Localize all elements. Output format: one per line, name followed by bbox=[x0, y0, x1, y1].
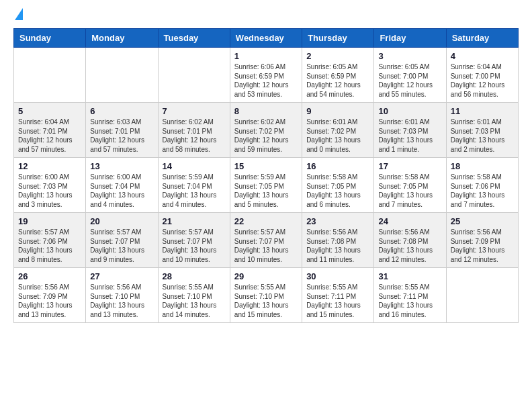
day-number: 22 bbox=[234, 216, 298, 226]
day-info: Sunrise: 5:57 AM Sunset: 7:06 PM Dayligh… bbox=[18, 228, 81, 264]
day-info: Sunrise: 6:04 AM Sunset: 7:00 PM Dayligh… bbox=[451, 62, 514, 99]
calendar-cell: 15Sunrise: 5:59 AM Sunset: 7:05 PM Dayli… bbox=[230, 158, 302, 213]
day-number: 12 bbox=[18, 161, 81, 171]
day-number: 5 bbox=[18, 106, 81, 116]
day-number: 31 bbox=[378, 271, 441, 281]
day-number: 29 bbox=[234, 271, 298, 281]
day-info: Sunrise: 6:02 AM Sunset: 7:02 PM Dayligh… bbox=[234, 118, 298, 154]
calendar-cell: 30Sunrise: 5:55 AM Sunset: 7:11 PM Dayli… bbox=[302, 268, 374, 323]
day-info: Sunrise: 5:55 AM Sunset: 7:10 PM Dayligh… bbox=[163, 283, 226, 319]
calendar-header-row: SundayMondayTuesdayWednesdayThursdayFrid… bbox=[14, 29, 519, 48]
day-number: 11 bbox=[451, 106, 514, 116]
day-number: 10 bbox=[378, 106, 441, 116]
week-row-5: 26Sunrise: 5:56 AM Sunset: 7:09 PM Dayli… bbox=[14, 268, 519, 323]
col-header-friday: Friday bbox=[374, 29, 446, 48]
day-info: Sunrise: 5:55 AM Sunset: 7:11 PM Dayligh… bbox=[378, 283, 441, 319]
day-info: Sunrise: 5:57 AM Sunset: 7:07 PM Dayligh… bbox=[234, 228, 298, 264]
calendar-cell: 9Sunrise: 6:01 AM Sunset: 7:02 PM Daylig… bbox=[302, 103, 374, 158]
calendar-cell bbox=[446, 268, 518, 323]
col-header-saturday: Saturday bbox=[446, 29, 518, 48]
day-info: Sunrise: 5:56 AM Sunset: 7:09 PM Dayligh… bbox=[18, 283, 81, 319]
day-number: 15 bbox=[234, 161, 298, 171]
calendar-cell: 4Sunrise: 6:04 AM Sunset: 7:00 PM Daylig… bbox=[446, 48, 518, 103]
col-header-tuesday: Tuesday bbox=[158, 29, 230, 48]
calendar-cell: 12Sunrise: 6:00 AM Sunset: 7:03 PM Dayli… bbox=[14, 158, 86, 213]
calendar-cell: 22Sunrise: 5:57 AM Sunset: 7:07 PM Dayli… bbox=[230, 213, 302, 268]
day-info: Sunrise: 6:06 AM Sunset: 6:59 PM Dayligh… bbox=[234, 62, 298, 99]
calendar-cell: 5Sunrise: 6:04 AM Sunset: 7:01 PM Daylig… bbox=[14, 103, 86, 158]
calendar-cell: 19Sunrise: 5:57 AM Sunset: 7:06 PM Dayli… bbox=[14, 213, 86, 268]
calendar-cell: 23Sunrise: 5:56 AM Sunset: 7:08 PM Dayli… bbox=[302, 213, 374, 268]
day-number: 30 bbox=[306, 271, 369, 281]
week-row-1: 1Sunrise: 6:06 AM Sunset: 6:59 PM Daylig… bbox=[14, 48, 519, 103]
calendar-cell: 2Sunrise: 6:05 AM Sunset: 6:59 PM Daylig… bbox=[302, 48, 374, 103]
calendar-cell: 1Sunrise: 6:06 AM Sunset: 6:59 PM Daylig… bbox=[230, 48, 302, 103]
calendar-cell: 16Sunrise: 5:58 AM Sunset: 7:05 PM Dayli… bbox=[302, 158, 374, 213]
week-row-3: 12Sunrise: 6:00 AM Sunset: 7:03 PM Dayli… bbox=[14, 158, 519, 213]
day-info: Sunrise: 5:59 AM Sunset: 7:04 PM Dayligh… bbox=[163, 173, 226, 209]
calendar-cell: 14Sunrise: 5:59 AM Sunset: 7:04 PM Dayli… bbox=[158, 158, 230, 213]
calendar-cell: 7Sunrise: 6:02 AM Sunset: 7:01 PM Daylig… bbox=[158, 103, 230, 158]
day-info: Sunrise: 5:59 AM Sunset: 7:05 PM Dayligh… bbox=[234, 173, 298, 209]
day-info: Sunrise: 6:01 AM Sunset: 7:03 PM Dayligh… bbox=[451, 118, 514, 154]
calendar-cell: 21Sunrise: 5:57 AM Sunset: 7:07 PM Dayli… bbox=[158, 213, 230, 268]
calendar-cell: 6Sunrise: 6:03 AM Sunset: 7:01 PM Daylig… bbox=[86, 103, 158, 158]
calendar-cell: 28Sunrise: 5:55 AM Sunset: 7:10 PM Dayli… bbox=[158, 268, 230, 323]
calendar-cell: 10Sunrise: 6:01 AM Sunset: 7:03 PM Dayli… bbox=[374, 103, 446, 158]
day-info: Sunrise: 5:56 AM Sunset: 7:09 PM Dayligh… bbox=[451, 228, 514, 264]
day-info: Sunrise: 6:03 AM Sunset: 7:01 PM Dayligh… bbox=[90, 118, 153, 154]
day-info: Sunrise: 6:04 AM Sunset: 7:01 PM Dayligh… bbox=[18, 118, 81, 154]
day-info: Sunrise: 5:56 AM Sunset: 7:08 PM Dayligh… bbox=[378, 228, 441, 264]
calendar-cell: 3Sunrise: 6:05 AM Sunset: 7:00 PM Daylig… bbox=[374, 48, 446, 103]
day-number: 17 bbox=[378, 161, 441, 171]
col-header-monday: Monday bbox=[86, 29, 158, 48]
day-info: Sunrise: 5:58 AM Sunset: 7:06 PM Dayligh… bbox=[451, 173, 514, 209]
calendar-cell: 24Sunrise: 5:56 AM Sunset: 7:08 PM Dayli… bbox=[374, 213, 446, 268]
calendar-cell: 8Sunrise: 6:02 AM Sunset: 7:02 PM Daylig… bbox=[230, 103, 302, 158]
calendar-cell: 18Sunrise: 5:58 AM Sunset: 7:06 PM Dayli… bbox=[446, 158, 518, 213]
page: SundayMondayTuesdayWednesdayThursdayFrid… bbox=[0, 0, 532, 336]
day-info: Sunrise: 6:00 AM Sunset: 7:03 PM Dayligh… bbox=[18, 173, 81, 209]
calendar-cell: 20Sunrise: 5:57 AM Sunset: 7:07 PM Dayli… bbox=[86, 213, 158, 268]
day-number: 18 bbox=[451, 161, 514, 171]
calendar-cell: 13Sunrise: 6:00 AM Sunset: 7:04 PM Dayli… bbox=[86, 158, 158, 213]
day-info: Sunrise: 5:58 AM Sunset: 7:05 PM Dayligh… bbox=[306, 173, 369, 209]
calendar-cell bbox=[158, 48, 230, 103]
day-info: Sunrise: 5:56 AM Sunset: 7:10 PM Dayligh… bbox=[90, 283, 153, 319]
header bbox=[13, 11, 519, 20]
day-number: 14 bbox=[163, 161, 226, 171]
day-info: Sunrise: 5:55 AM Sunset: 7:11 PM Dayligh… bbox=[306, 283, 369, 319]
calendar-cell: 25Sunrise: 5:56 AM Sunset: 7:09 PM Dayli… bbox=[446, 213, 518, 268]
day-number: 25 bbox=[451, 216, 514, 226]
calendar-cell: 31Sunrise: 5:55 AM Sunset: 7:11 PM Dayli… bbox=[374, 268, 446, 323]
calendar: SundayMondayTuesdayWednesdayThursdayFrid… bbox=[13, 28, 519, 323]
day-number: 16 bbox=[306, 161, 369, 171]
day-number: 4 bbox=[451, 51, 514, 61]
logo-triangle-icon bbox=[15, 8, 23, 20]
week-row-2: 5Sunrise: 6:04 AM Sunset: 7:01 PM Daylig… bbox=[14, 103, 519, 158]
day-number: 6 bbox=[90, 106, 153, 116]
calendar-cell: 26Sunrise: 5:56 AM Sunset: 7:09 PM Dayli… bbox=[14, 268, 86, 323]
calendar-cell: 29Sunrise: 5:55 AM Sunset: 7:10 PM Dayli… bbox=[230, 268, 302, 323]
day-number: 27 bbox=[90, 271, 153, 281]
day-number: 19 bbox=[18, 216, 81, 226]
day-info: Sunrise: 5:57 AM Sunset: 7:07 PM Dayligh… bbox=[163, 228, 226, 264]
col-header-wednesday: Wednesday bbox=[230, 29, 302, 48]
calendar-cell bbox=[14, 48, 86, 103]
day-number: 3 bbox=[378, 51, 441, 61]
day-number: 9 bbox=[306, 106, 369, 116]
day-number: 28 bbox=[163, 271, 226, 281]
logo bbox=[13, 11, 23, 20]
day-info: Sunrise: 6:00 AM Sunset: 7:04 PM Dayligh… bbox=[90, 173, 153, 209]
day-info: Sunrise: 6:05 AM Sunset: 6:59 PM Dayligh… bbox=[306, 62, 369, 99]
day-number: 7 bbox=[163, 106, 226, 116]
calendar-cell bbox=[86, 48, 158, 103]
day-number: 2 bbox=[306, 51, 369, 61]
col-header-thursday: Thursday bbox=[302, 29, 374, 48]
week-row-4: 19Sunrise: 5:57 AM Sunset: 7:06 PM Dayli… bbox=[14, 213, 519, 268]
day-info: Sunrise: 5:58 AM Sunset: 7:05 PM Dayligh… bbox=[378, 173, 441, 209]
calendar-cell: 17Sunrise: 5:58 AM Sunset: 7:05 PM Dayli… bbox=[374, 158, 446, 213]
day-number: 1 bbox=[234, 51, 298, 61]
calendar-cell: 11Sunrise: 6:01 AM Sunset: 7:03 PM Dayli… bbox=[446, 103, 518, 158]
day-number: 21 bbox=[163, 216, 226, 226]
